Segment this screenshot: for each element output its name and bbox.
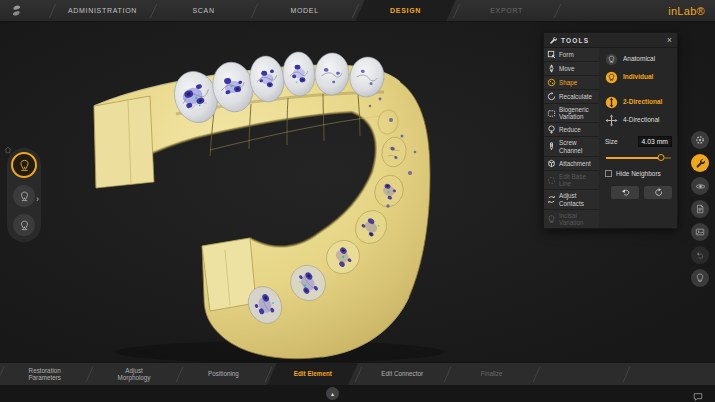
view-eye-icon[interactable]: [691, 177, 709, 195]
4-directional-icon: [605, 114, 618, 127]
tab-model[interactable]: MODEL: [254, 0, 355, 21]
app-window: ADMINISTRATION SCAN MODEL DESIGN EXPORT …: [0, 0, 715, 402]
expand-panel-button[interactable]: ▲: [326, 387, 339, 400]
redo-button[interactable]: [644, 186, 672, 199]
sirona-logo-icon: [0, 3, 52, 18]
size-slider[interactable]: [606, 153, 671, 162]
undo-button[interactable]: [611, 186, 639, 199]
anatomical-icon: [605, 53, 618, 66]
tab-design[interactable]: DESIGN: [355, 0, 456, 21]
restoration-tooth-button[interactable]: [13, 185, 35, 207]
size-label: Size: [605, 138, 618, 145]
step-finalize[interactable]: Finalize: [447, 363, 536, 385]
tools-wrench-icon[interactable]: [691, 154, 709, 172]
jawbar-expand-chevron[interactable]: ›: [36, 194, 39, 204]
right-icon-rail: [691, 131, 709, 287]
model-viewport[interactable]: ›: [0, 22, 715, 362]
step-filler-1: [536, 363, 625, 385]
inlab-brand-label: inLab®: [658, 5, 715, 17]
size-value[interactable]: 4.03 mm: [638, 136, 672, 147]
tab-administration[interactable]: ADMINISTRATION: [52, 0, 153, 21]
step-filler-2: [626, 363, 715, 385]
tool-screw-channel[interactable]: Screw Channel: [544, 137, 599, 155]
step-adjust-morphology[interactable]: Adjust Morphology: [89, 363, 178, 385]
hide-neighbors-row[interactable]: Hide Neighbors: [605, 170, 672, 177]
tools-panel-title: TOOLS: [561, 37, 589, 44]
bottom-strip: ▲: [0, 385, 715, 402]
hide-neighbors-checkbox[interactable]: [605, 170, 612, 177]
option-4-directional[interactable]: 4-Directional: [605, 114, 672, 127]
tool-recalculate[interactable]: Recalculate: [544, 90, 599, 103]
step-positioning[interactable]: Positioning: [179, 363, 268, 385]
document-icon[interactable]: [691, 200, 709, 218]
upper-jaw-button[interactable]: [11, 152, 37, 178]
redo-icon: [654, 188, 663, 197]
tool-move[interactable]: Move: [544, 62, 599, 75]
tools-panel: TOOLS × Form Move Shape R: [543, 32, 678, 229]
tool-adjust-contacts[interactable]: Adjust Contacts: [544, 190, 599, 208]
2-directional-icon: [605, 96, 618, 109]
option-2-directional[interactable]: 2-Directional: [605, 96, 672, 109]
tool-form[interactable]: Form: [544, 48, 599, 61]
lower-jaw-button[interactable]: [13, 214, 35, 236]
top-navigation-bar: ADMINISTRATION SCAN MODEL DESIGN EXPORT …: [0, 0, 715, 22]
undo-icon: [621, 188, 630, 197]
workflow-step-bar: Restoration Parameters Adjust Morphology…: [0, 362, 715, 385]
tool-shape[interactable]: Shape: [544, 76, 599, 89]
step-edit-element[interactable]: Edit Element: [268, 363, 357, 385]
individual-icon: [605, 71, 618, 84]
tab-filler: [557, 0, 658, 21]
size-slider-fill: [606, 157, 661, 159]
size-slider-handle[interactable]: [658, 154, 665, 161]
chat-bubble-icon[interactable]: [693, 388, 703, 402]
reset-view-icon[interactable]: [691, 246, 709, 264]
tool-attachment[interactable]: Attachment: [544, 157, 599, 170]
option-individual[interactable]: Individual: [605, 71, 672, 84]
tool-incisal-variation[interactable]: Incisal Variation: [544, 210, 599, 228]
step-restoration-parameters[interactable]: Restoration Parameters: [0, 363, 89, 385]
tool-edit-base-line[interactable]: Edit Base Line: [544, 171, 599, 189]
tools-panel-header: TOOLS ×: [544, 33, 677, 48]
tooth-icon[interactable]: [691, 269, 709, 287]
tool-reduce[interactable]: Reduce: [544, 123, 599, 136]
tool-list: Form Move Shape Recalculate Biogeneric V…: [544, 48, 599, 228]
tab-scan[interactable]: SCAN: [153, 0, 254, 21]
tool-biogeneric-variation[interactable]: Biogeneric Variation: [544, 104, 599, 122]
screenshot-image-icon[interactable]: [691, 223, 709, 241]
hide-neighbors-label: Hide Neighbors: [616, 170, 661, 177]
close-icon[interactable]: ×: [667, 36, 672, 45]
step-edit-connector[interactable]: Edit Connector: [358, 363, 447, 385]
gear-icon[interactable]: [691, 131, 709, 149]
tab-export[interactable]: EXPORT: [456, 0, 557, 21]
option-anatomical[interactable]: Anatomical: [605, 53, 672, 66]
main-phase-tabs: ADMINISTRATION SCAN MODEL DESIGN EXPORT: [52, 0, 658, 21]
wrench-icon: [549, 36, 557, 44]
shape-options: Anatomical Individual 2-Directional 4-Di…: [599, 48, 677, 228]
